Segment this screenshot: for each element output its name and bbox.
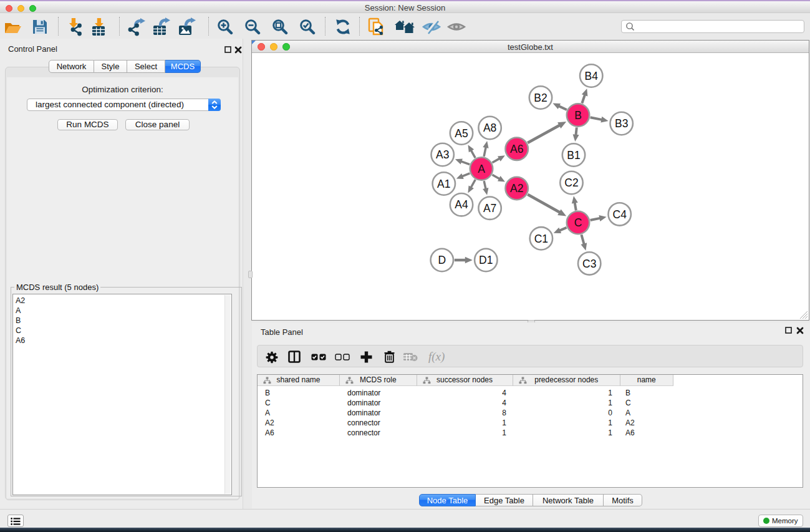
svg-text:B4: B4: [584, 70, 598, 82]
svg-text:A1: A1: [437, 178, 450, 190]
svg-text:A4: A4: [455, 198, 468, 211]
svg-text:B: B: [574, 109, 582, 122]
svg-text:A3: A3: [436, 148, 449, 161]
svg-text:A6: A6: [510, 143, 523, 155]
svg-text:C2: C2: [564, 177, 578, 189]
svg-text:A: A: [478, 163, 485, 175]
svg-text:C: C: [574, 216, 582, 229]
svg-text:A7: A7: [483, 202, 496, 215]
svg-text:A8: A8: [483, 122, 496, 134]
svg-text:D: D: [438, 254, 446, 266]
svg-text:B1: B1: [567, 149, 580, 162]
svg-text:C1: C1: [534, 233, 548, 245]
svg-text:A2: A2: [510, 182, 523, 195]
svg-text:B2: B2: [534, 92, 547, 104]
svg-text:C4: C4: [613, 208, 627, 221]
svg-text:A5: A5: [455, 127, 468, 140]
svg-text:D1: D1: [479, 254, 493, 266]
svg-text:C3: C3: [582, 258, 596, 270]
svg-text:B3: B3: [615, 117, 628, 130]
